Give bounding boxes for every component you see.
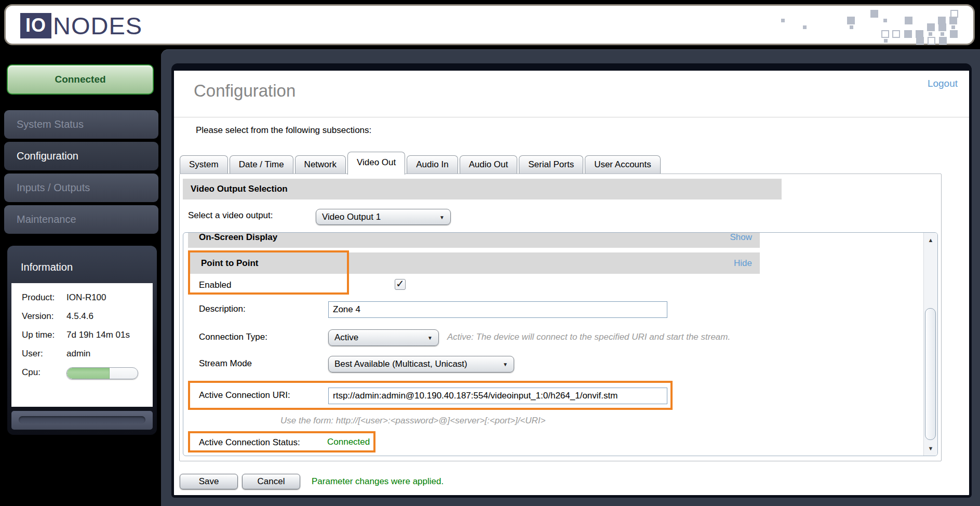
tab-audio-in[interactable]: Audio In (407, 155, 458, 174)
section-header: Video Output Selection (183, 179, 782, 199)
information-footer (11, 411, 153, 430)
info-row-uptime: Up time: 7d 19h 14m 01s (22, 330, 153, 341)
save-button[interactable]: Save (180, 474, 238, 489)
header-pixel-pattern (767, 10, 965, 44)
osd-show-link[interactable]: Show (730, 232, 752, 248)
stream-mode-label: Stream Mode (199, 358, 252, 369)
apply-status-message: Parameter changes were applied. (312, 474, 444, 489)
logo-nodes-text: NODES (53, 11, 142, 40)
connection-status-indicator: Connected (7, 64, 154, 95)
p2p-hide-link[interactable]: Hide (734, 252, 752, 274)
cpu-progress-fill (67, 368, 110, 379)
p2p-section-bar: Point to Point Hide (190, 252, 760, 274)
active-uri-label: Active Connection URI: (199, 390, 290, 401)
info-label: Version: (22, 311, 66, 323)
connection-status-label: Active Connection Status: (199, 437, 300, 448)
title-divider (174, 117, 969, 117)
connection-type-select[interactable]: Active (328, 329, 439, 346)
tab-date-time[interactable]: Date / Time (230, 155, 293, 174)
header-bar: IO NODES (4, 4, 975, 45)
sidebar: Connected System Status Configuration In… (0, 49, 161, 506)
tab-network[interactable]: Network (295, 155, 346, 174)
content-panel: Logout Configuration Please select from … (171, 63, 972, 498)
info-label: User: (22, 349, 66, 360)
connection-type-value: Active (334, 332, 358, 343)
cpu-progress-bar (66, 367, 138, 379)
information-panel: Information Product: ION-R100 Version: 4… (7, 246, 157, 435)
sidebar-item-maintenance[interactable]: Maintenance (4, 205, 158, 234)
page: IO NODES Connected System Status Configu… (0, 0, 980, 506)
info-label: Cpu: (22, 367, 66, 379)
tab-system[interactable]: System (180, 155, 228, 174)
logout-link[interactable]: Logout (928, 78, 958, 89)
settings-scroll-panel: On-Screen Display Show Point to Point Hi… (183, 232, 938, 456)
chevron-down-icon (503, 362, 508, 367)
sidebar-item-inputs-outputs[interactable]: Inputs / Outputs (4, 174, 158, 202)
sidebar-item-system-status[interactable]: System Status (4, 110, 158, 139)
info-value: ION-R100 (66, 292, 106, 304)
video-out-section: Video Output Selection Select a video ou… (179, 174, 942, 461)
info-value: 7d 19h 14m 01s (66, 330, 130, 341)
subsection-instruction: Please select from the following subsect… (196, 125, 371, 136)
active-uri-input[interactable] (328, 388, 667, 404)
enabled-label: Enabled (199, 279, 231, 290)
stream-mode-select[interactable]: Best Available (Multicast, Unicast) (328, 356, 514, 372)
connection-type-label: Connection Type: (199, 331, 267, 342)
connection-type-hint: Active: The device will connect to the s… (447, 332, 730, 342)
info-value: 4.5.4.6 (66, 311, 93, 323)
tab-serial-ports[interactable]: Serial Ports (519, 155, 583, 174)
tab-video-out[interactable]: Video Out (347, 152, 405, 175)
select-output-label: Select a video output: (188, 210, 273, 221)
uri-format-hint: Use the form: http://[<user>:<password>@… (280, 416, 546, 426)
osd-section-title: On-Screen Display (188, 232, 277, 242)
scrollbar-up-icon[interactable] (924, 234, 937, 246)
tab-audio-out[interactable]: Audio Out (460, 155, 518, 174)
information-title: Information (21, 261, 73, 273)
info-row-user: User: admin (22, 349, 153, 360)
chevron-down-icon (439, 214, 445, 220)
enabled-checkbox[interactable] (395, 279, 406, 290)
information-body: Product: ION-R100 Version: 4.5.4.6 Up ti… (11, 283, 153, 407)
info-label: Up time: (22, 330, 66, 341)
scrollbar-thumb[interactable] (925, 308, 936, 440)
video-output-select[interactable]: Video Output 1 (316, 209, 451, 225)
description-input[interactable] (328, 301, 667, 318)
config-tabs: System Date / Time Network Video Out Aud… (180, 151, 662, 174)
tab-user-accounts[interactable]: User Accounts (585, 155, 661, 174)
sidebar-item-configuration[interactable]: Configuration (4, 142, 158, 170)
ionodes-logo: IO NODES (20, 12, 142, 39)
stream-mode-value: Best Available (Multicast, Unicast) (334, 359, 467, 369)
info-label: Product: (22, 292, 66, 304)
page-title: Configuration (194, 81, 296, 101)
scrollbar-down-icon[interactable] (924, 442, 937, 455)
information-footer-scrollbar[interactable] (19, 416, 145, 423)
connection-status-value: Connected (327, 437, 370, 447)
vertical-scrollbar[interactable] (923, 233, 937, 456)
info-row-cpu: Cpu: (22, 367, 153, 379)
info-value: admin (66, 349, 90, 360)
cancel-button[interactable]: Cancel (242, 474, 300, 489)
description-label: Description: (199, 303, 246, 314)
osd-section-bar: On-Screen Display Show (188, 232, 760, 248)
p2p-section-title: Point to Point (190, 258, 258, 268)
video-output-select-value: Video Output 1 (322, 212, 381, 222)
info-row-version: Version: 4.5.4.6 (22, 311, 153, 323)
chevron-down-icon (427, 335, 433, 341)
logo-io-icon: IO (20, 13, 51, 38)
info-row-product: Product: ION-R100 (22, 292, 153, 304)
